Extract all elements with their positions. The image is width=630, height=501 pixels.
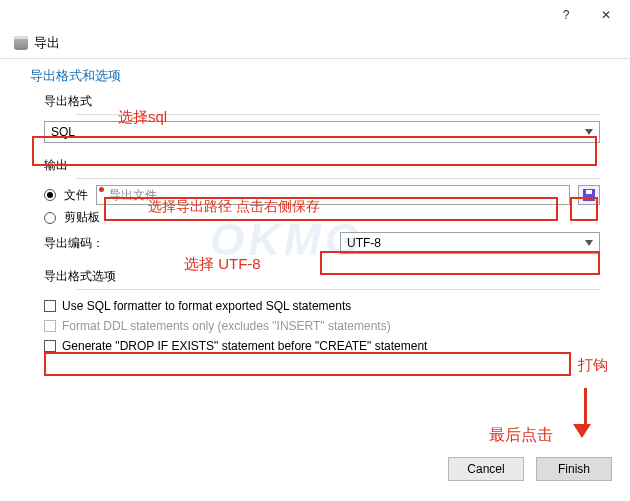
output-clipboard-label: 剪贴板 [64, 209, 100, 226]
floppy-icon [583, 189, 595, 201]
drop-if-exists-checkbox[interactable] [44, 340, 56, 352]
options-group-label: 导出格式选项 [30, 264, 600, 287]
close-button[interactable]: ✕ [586, 1, 626, 29]
format-value: SQL [51, 125, 75, 139]
finish-button[interactable]: Finish [536, 457, 612, 481]
required-marker-icon [99, 187, 104, 192]
cancel-button[interactable]: Cancel [448, 457, 524, 481]
chevron-down-icon [585, 240, 593, 246]
format-select[interactable]: SQL [44, 121, 600, 143]
dialog-title: 导出 [34, 34, 60, 52]
output-group-label: 输出 [30, 153, 600, 176]
use-formatter-label: Use SQL formatter to format exported SQL… [62, 299, 351, 313]
drop-if-exists-label: Generate "DROP IF EXISTS" statement befo… [62, 339, 427, 353]
help-button[interactable]: ? [546, 1, 586, 29]
encoding-select[interactable]: UTF-8 [340, 232, 600, 254]
section-header: 导出格式和选项 [30, 67, 600, 85]
output-path-input[interactable]: 导出文件 [96, 185, 570, 205]
ddl-only-label: Format DDL statements only (excludes "IN… [62, 319, 391, 333]
arrow-down-icon [580, 388, 591, 438]
output-file-label: 文件 [64, 187, 88, 204]
browse-save-button[interactable] [578, 185, 600, 205]
format-group-label: 导出格式 [30, 89, 600, 112]
use-formatter-checkbox[interactable] [44, 300, 56, 312]
annotation-finally-click: 最后点击 [489, 425, 553, 446]
output-file-radio[interactable] [44, 189, 56, 201]
output-clipboard-radio[interactable] [44, 212, 56, 224]
encoding-value: UTF-8 [347, 236, 381, 250]
ddl-only-checkbox [44, 320, 56, 332]
divider [0, 58, 630, 59]
database-icon [14, 36, 28, 50]
encoding-label: 导出编码： [44, 235, 174, 252]
output-path-placeholder: 导出文件 [109, 187, 157, 204]
annotation-check-it: 打钩 [578, 356, 608, 375]
chevron-down-icon [585, 129, 593, 135]
